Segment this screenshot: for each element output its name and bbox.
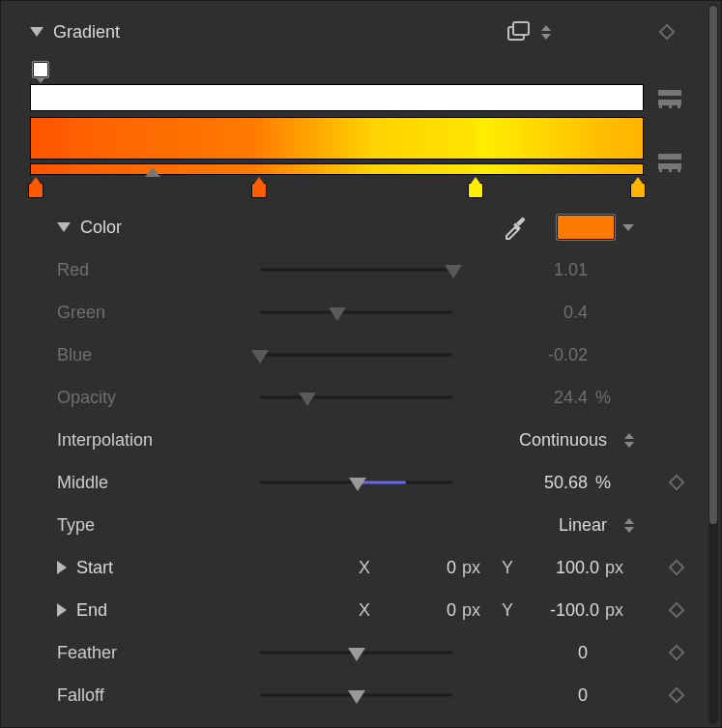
param-label: Type (57, 515, 260, 536)
param-label: Feather (57, 643, 260, 663)
middle-value[interactable]: 50.68 (470, 473, 595, 493)
caret-right-icon (57, 603, 67, 617)
unit-label: px (462, 600, 491, 621)
color-stop[interactable] (251, 183, 267, 198)
start-x-value[interactable]: 0 (381, 558, 456, 578)
y-axis-label: Y (497, 600, 518, 621)
x-axis-label: X (354, 600, 375, 621)
svg-rect-11 (678, 169, 680, 172)
interpolation-value[interactable]: Continuous (519, 430, 615, 451)
eyedropper-icon[interactable] (503, 215, 528, 240)
type-value[interactable]: Linear (559, 515, 615, 536)
svg-rect-6 (678, 105, 680, 108)
keyframe-diamond-icon[interactable] (669, 645, 685, 661)
param-label: Green (57, 303, 260, 323)
distribute-color-icon[interactable] (657, 153, 682, 172)
end-disclosure[interactable]: End (57, 600, 260, 621)
section-title: Gradient (53, 22, 120, 43)
gradient-disclosure[interactable]: Gradient (30, 22, 120, 43)
interpolation-row: Interpolation Continuous (30, 419, 682, 461)
blue-row: Blue -0.02 (30, 334, 682, 376)
color-stop-track[interactable] (36, 177, 638, 200)
opacity-slider[interactable] (260, 389, 453, 406)
keyframe-diamond-icon[interactable] (669, 560, 685, 576)
alpha-gradient-bar[interactable] (30, 84, 644, 111)
middle-unit: % (595, 473, 634, 493)
green-value[interactable]: 0.4 (470, 303, 595, 323)
param-label: Red (57, 260, 260, 280)
param-label: Middle (57, 473, 260, 493)
param-label: Start (76, 558, 113, 578)
start-disclosure[interactable]: Start (57, 558, 260, 578)
svg-rect-5 (669, 105, 672, 108)
feather-slider[interactable] (260, 644, 453, 661)
green-slider[interactable] (260, 304, 453, 321)
falloff-value[interactable]: 0 (470, 685, 595, 706)
opacity-value[interactable]: 24.4 (470, 388, 595, 408)
keyframe-diamond-icon[interactable] (659, 24, 676, 41)
feather-row: Feather 0 (30, 631, 682, 674)
type-stepper[interactable] (624, 518, 634, 533)
svg-rect-4 (659, 105, 662, 108)
red-value[interactable]: 1.01 (470, 260, 595, 280)
color-swatch[interactable] (557, 215, 615, 240)
gradient-header-row: Gradient (30, 11, 682, 53)
end-y-value[interactable]: -100.0 (524, 600, 599, 621)
type-row: Type Linear (30, 504, 682, 546)
unit-label: px (605, 558, 634, 578)
color-stop[interactable] (468, 183, 483, 198)
red-row: Red 1.01 (30, 248, 682, 291)
start-y-value[interactable]: 100.0 (524, 558, 599, 578)
caret-right-icon (57, 561, 67, 574)
keyframe-diamond-icon[interactable] (669, 687, 685, 704)
middle-row: Middle 50.68 % (30, 461, 682, 504)
param-label: Interpolation (57, 430, 260, 451)
gradient-midpoint[interactable] (145, 167, 160, 177)
distribute-alpha-icon[interactable] (657, 89, 682, 108)
svg-rect-9 (659, 169, 662, 172)
alpha-stop-track[interactable] (36, 61, 644, 82)
green-row: Green 0.4 (30, 291, 682, 334)
feather-value[interactable]: 0 (470, 643, 595, 663)
alpha-stop[interactable] (32, 61, 49, 78)
svg-rect-3 (658, 100, 681, 105)
falloff-slider[interactable] (260, 686, 453, 704)
color-gradient-overview[interactable] (30, 163, 644, 175)
param-label: Falloff (57, 685, 260, 706)
blue-slider[interactable] (260, 346, 453, 364)
svg-rect-2 (658, 90, 681, 96)
interpolation-stepper[interactable] (624, 433, 634, 448)
preset-stepper[interactable] (541, 25, 551, 40)
blue-value[interactable]: -0.02 (470, 345, 595, 365)
svg-rect-1 (513, 22, 529, 35)
falloff-row: Falloff 0 (30, 674, 682, 716)
start-row: Start X 0 px Y 100.0 px (30, 546, 682, 589)
color-subsection-row: Color (30, 206, 682, 248)
param-label: Opacity (57, 388, 260, 408)
gradient-inspector-panel: Gradient (0, 0, 722, 728)
subsection-title: Color (80, 218, 122, 238)
param-label: End (76, 600, 107, 621)
keyframe-diamond-icon[interactable] (669, 475, 685, 491)
caret-down-icon (57, 222, 71, 232)
end-row: End X 0 px Y -100.0 px (30, 589, 682, 631)
color-expand-caret[interactable] (622, 224, 634, 231)
svg-rect-8 (658, 163, 681, 169)
y-axis-label: Y (497, 558, 518, 578)
unit-label: px (462, 558, 491, 578)
middle-slider[interactable] (260, 474, 453, 491)
color-gradient-bar[interactable] (30, 117, 644, 160)
preset-library-icon[interactable] (506, 21, 532, 43)
vertical-scrollbar[interactable] (708, 4, 718, 724)
opacity-unit: % (595, 388, 634, 408)
keyframe-diamond-icon[interactable] (669, 602, 685, 619)
red-slider[interactable] (260, 261, 453, 278)
color-stop[interactable] (630, 183, 646, 198)
scrollbar-thumb[interactable] (709, 6, 717, 524)
svg-rect-10 (669, 169, 672, 172)
color-stop[interactable] (28, 183, 43, 198)
color-disclosure[interactable]: Color (57, 218, 122, 238)
gradient-editor (30, 61, 682, 200)
end-x-value[interactable]: 0 (381, 600, 456, 621)
svg-rect-7 (658, 154, 681, 160)
